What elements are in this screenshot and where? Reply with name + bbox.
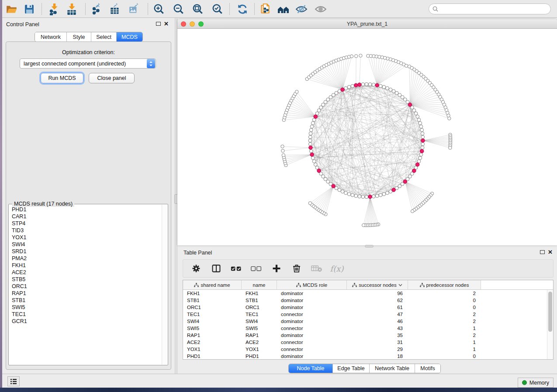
network-node[interactable] <box>347 85 351 89</box>
mcds-result-item[interactable]: TEC1 <box>9 311 162 318</box>
tab-mcds[interactable]: MCDS <box>117 32 142 41</box>
close-panel-icon[interactable]: ✕ <box>548 250 553 254</box>
zoom-fit-icon[interactable] <box>190 2 205 17</box>
network-node[interactable] <box>358 195 361 198</box>
network-node[interactable] <box>421 132 424 135</box>
network-node[interactable] <box>281 145 284 148</box>
clone-network-icon[interactable] <box>258 2 273 17</box>
float-panel-icon[interactable] <box>156 22 161 26</box>
network-node[interactable] <box>308 142 312 146</box>
tab-style[interactable]: Style <box>67 32 91 41</box>
mcds-result-item[interactable]: STP4 <box>9 220 162 227</box>
horizontal-splitter-handle[interactable] <box>365 245 374 248</box>
network-node[interactable] <box>281 149 284 152</box>
network-hub-node[interactable] <box>317 169 321 173</box>
table-row[interactable]: PHD1PHD1dominator180 <box>183 353 553 360</box>
mcds-result-item[interactable]: YOX1 <box>9 234 162 241</box>
network-node[interactable] <box>449 146 452 149</box>
network-node[interactable] <box>421 146 424 149</box>
network-hub-node[interactable] <box>309 146 313 150</box>
tab-select[interactable]: Select <box>91 32 117 41</box>
tab-network[interactable]: Network <box>35 32 67 41</box>
network-canvas[interactable] <box>177 29 557 245</box>
network-node[interactable] <box>314 163 317 166</box>
network-node[interactable] <box>382 193 386 196</box>
zoom-selected-icon[interactable] <box>210 2 225 17</box>
network-node[interactable] <box>392 89 395 93</box>
network-node[interactable] <box>365 195 368 199</box>
network-node[interactable] <box>344 191 348 195</box>
network-node[interactable] <box>389 88 392 91</box>
table-row[interactable]: FKH1FKH1dominator962 <box>183 290 553 297</box>
memory-button[interactable]: Memory <box>518 378 554 388</box>
network-node[interactable] <box>335 91 338 95</box>
network-node[interactable] <box>347 193 351 196</box>
mcds-result-item[interactable]: ORC1 <box>9 283 162 290</box>
column-header[interactable]: predecessor nodes <box>408 280 481 289</box>
network-node[interactable] <box>419 153 423 156</box>
mcds-result-scrollbar[interactable] <box>162 205 167 364</box>
mcds-result-item[interactable]: PMA2 <box>9 255 162 262</box>
network-node[interactable] <box>419 121 422 125</box>
network-hub-node[interactable] <box>412 169 416 173</box>
column-header[interactable]: name <box>242 280 277 289</box>
network-node[interactable] <box>362 224 365 227</box>
first-neighbors-icon[interactable] <box>276 2 291 17</box>
network-hub-node[interactable] <box>332 184 336 188</box>
column-header[interactable]: MCDS role <box>277 280 347 289</box>
network-hub-node[interactable] <box>421 139 425 143</box>
network-node[interactable] <box>361 83 365 86</box>
table-row[interactable]: SWI5SWI5connector431 <box>183 325 553 332</box>
network-hub-node[interactable] <box>408 103 412 107</box>
add-column-icon[interactable] <box>270 262 283 275</box>
split-panel-icon[interactable] <box>210 262 222 275</box>
network-node[interactable] <box>308 135 312 139</box>
network-node[interactable] <box>368 83 372 86</box>
network-node[interactable] <box>419 125 423 128</box>
network-node[interactable] <box>355 55 358 58</box>
network-node[interactable] <box>416 115 419 118</box>
network-node[interactable] <box>359 54 362 57</box>
network-node[interactable] <box>341 190 344 193</box>
network-node[interactable] <box>419 156 422 160</box>
open-file-icon[interactable] <box>4 2 19 17</box>
network-node[interactable] <box>382 85 386 89</box>
network-node[interactable] <box>412 109 416 112</box>
network-node[interactable] <box>414 112 418 115</box>
mcds-result-list[interactable]: PHD1CAR1STP4TID3YOX1SWI4SRD1PMA2FKH1ACE2… <box>9 206 162 364</box>
column-header[interactable]: successor nodes <box>347 280 408 289</box>
delete-column-trash-icon[interactable] <box>291 262 303 275</box>
table-row[interactable]: TEC1TEC1connector472 <box>183 311 553 318</box>
tab-node-table[interactable]: Node Table <box>289 364 333 373</box>
delete-table-icon[interactable] <box>311 262 323 275</box>
optimization-criterion-select[interactable]: largest connected component (undirected) <box>20 58 156 69</box>
mcds-result-item[interactable]: SRD1 <box>9 248 162 255</box>
mcds-result-item[interactable]: STB1 <box>9 297 162 304</box>
network-hub-node[interactable] <box>375 83 379 87</box>
search-input[interactable] <box>440 6 547 12</box>
network-hub-node[interactable] <box>358 83 362 87</box>
tab-edge-table[interactable]: Edge Table <box>333 364 370 373</box>
network-hub-node[interactable] <box>314 115 318 119</box>
network-node[interactable] <box>375 194 379 198</box>
network-node[interactable] <box>379 84 382 88</box>
import-table-icon[interactable] <box>64 2 79 17</box>
network-node[interactable] <box>311 121 315 125</box>
mcds-result-item[interactable]: RAP1 <box>9 290 162 297</box>
network-window-titlebar[interactable]: YPA_prune.txt_1 <box>177 19 557 29</box>
deselect-all-checkboxes-icon[interactable] <box>250 262 263 275</box>
tab-motifs[interactable]: Motifs <box>415 364 440 373</box>
network-node[interactable] <box>365 83 368 86</box>
network-node[interactable] <box>379 193 382 197</box>
mcds-result-item[interactable]: ACE2 <box>9 269 162 276</box>
network-hub-node[interactable] <box>341 88 345 92</box>
mcds-result-item[interactable]: CAR1 <box>9 213 162 220</box>
network-node[interactable] <box>386 191 389 195</box>
network-node[interactable] <box>405 64 408 67</box>
refresh-icon[interactable] <box>235 2 250 17</box>
mcds-result-item[interactable]: GCR1 <box>9 318 162 325</box>
function-builder-icon[interactable]: f(x) <box>331 262 343 275</box>
network-hub-node[interactable] <box>420 149 424 153</box>
hide-selected-eye-icon[interactable] <box>294 2 309 17</box>
zoom-in-icon[interactable] <box>152 2 166 17</box>
